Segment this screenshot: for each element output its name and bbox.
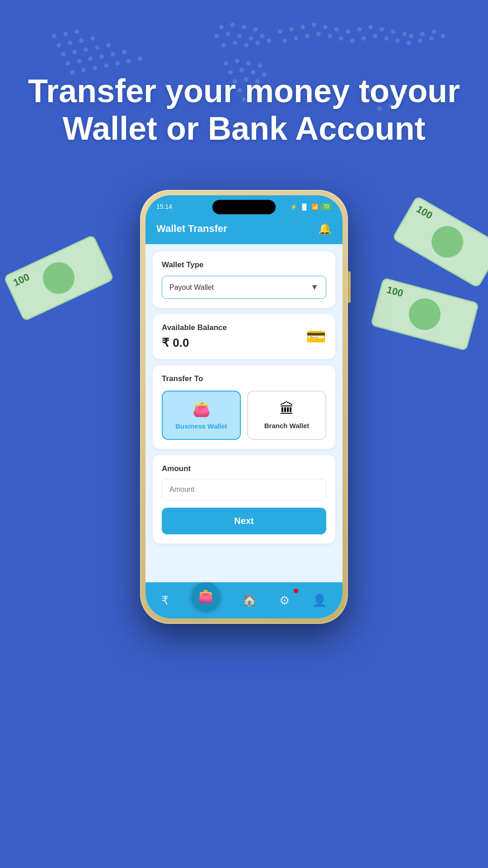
app-title: Wallet Transfer (156, 223, 227, 235)
svg-point-66 (418, 38, 422, 43)
svg-point-69 (224, 61, 228, 66)
amount-card: Amount Next (153, 455, 335, 543)
phone-mockup: 15:14 ⚡ ▐▌ 📶 70 Wallet Transfer 🔔 Wallet… (140, 190, 348, 624)
profile-icon: 👤 (312, 594, 327, 608)
svg-point-37 (255, 41, 260, 45)
svg-point-17 (122, 50, 127, 54)
svg-point-74 (239, 68, 244, 72)
bluetooth-icon: ⚡ (290, 203, 297, 210)
svg-point-41 (300, 25, 305, 29)
hero-title: Transfer your money toyour Wallet or Ban… (0, 72, 488, 147)
svg-point-6 (90, 36, 95, 41)
dynamic-island (212, 200, 276, 214)
nav-item-rupee[interactable]: ₹ (154, 590, 176, 611)
svg-point-2 (75, 29, 79, 34)
svg-point-1 (63, 32, 68, 36)
svg-point-62 (373, 34, 377, 38)
wallet-nav-icon: 👛 (192, 582, 220, 610)
battery-icon: 70 (321, 203, 332, 210)
decorative-bill-right-top (392, 195, 488, 288)
svg-point-9 (84, 47, 88, 52)
svg-point-7 (61, 52, 66, 57)
svg-point-72 (258, 63, 262, 68)
svg-point-43 (323, 25, 328, 29)
svg-point-56 (305, 34, 310, 38)
svg-point-20 (93, 66, 97, 70)
balance-card: Available Balance ₹ 0.0 💳 (153, 314, 335, 359)
bell-icon[interactable]: 🔔 (318, 222, 332, 235)
wallet-type-dropdown[interactable]: Payout Wallet ▼ (162, 276, 326, 299)
wallet-type-label: Wallet Type (162, 260, 326, 269)
svg-point-65 (407, 41, 411, 45)
bottom-navigation: ₹ 👛 🏠 ⚙ 👤 (145, 582, 343, 618)
next-button[interactable]: Next (162, 508, 326, 534)
transfer-to-card: Transfer To 👛 Business Wallet 🏛 Branch W… (153, 365, 335, 449)
wallet-type-card: Wallet Type Payout Wallet ▼ (153, 251, 335, 308)
svg-point-14 (88, 57, 93, 61)
app-header: Wallet Transfer 🔔 (145, 218, 343, 244)
svg-point-22 (115, 61, 120, 66)
svg-point-46 (357, 27, 361, 32)
svg-point-11 (106, 43, 111, 47)
branch-wallet-icon: 🏛 (280, 401, 294, 417)
svg-point-58 (328, 34, 332, 38)
svg-point-64 (395, 38, 400, 43)
status-bar: 15:14 ⚡ ▐▌ 📶 70 (145, 195, 343, 218)
svg-point-53 (432, 29, 436, 34)
signal-icon: ▐▌ (300, 203, 308, 210)
svg-point-71 (246, 61, 251, 66)
svg-point-28 (253, 27, 258, 32)
svg-point-0 (52, 34, 56, 38)
svg-point-47 (368, 25, 373, 29)
svg-point-49 (391, 29, 395, 34)
balance-label: Available Balance (162, 323, 227, 332)
decorative-bill-right-bottom (371, 277, 479, 351)
amount-label: Amount (162, 464, 326, 473)
svg-point-63 (384, 36, 389, 41)
offers-icon: ⚙ (279, 594, 290, 608)
svg-point-19 (81, 68, 86, 72)
wallet-type-selected: Payout Wallet (169, 283, 214, 292)
transfer-options-group: 👛 Business Wallet 🏛 Branch Wallet (162, 391, 326, 440)
nav-item-wallet[interactable]: 👛 (184, 588, 227, 613)
svg-point-39 (278, 29, 282, 34)
business-wallet-option[interactable]: 👛 Business Wallet (162, 391, 241, 440)
svg-point-8 (72, 50, 77, 54)
svg-point-45 (346, 29, 350, 34)
svg-point-42 (312, 23, 316, 27)
svg-point-68 (441, 34, 445, 38)
svg-point-54 (282, 38, 287, 43)
decorative-bill-left (3, 235, 114, 322)
status-time-speed: 15:14 (156, 203, 172, 210)
svg-point-23 (127, 59, 131, 63)
business-wallet-icon: 👛 (192, 401, 211, 418)
svg-point-10 (95, 45, 99, 50)
svg-point-67 (429, 36, 434, 41)
branch-wallet-label: Branch Wallet (264, 422, 309, 429)
nav-item-profile[interactable]: 👤 (305, 590, 334, 611)
rupee-icon: ₹ (161, 594, 169, 608)
nav-item-home[interactable]: 🏠 (235, 590, 264, 611)
amount-input[interactable] (162, 479, 326, 500)
svg-point-30 (226, 32, 230, 36)
svg-point-25 (219, 25, 224, 29)
business-wallet-label: Business Wallet (175, 422, 227, 430)
svg-point-60 (350, 38, 355, 43)
branch-wallet-option[interactable]: 🏛 Branch Wallet (247, 391, 326, 440)
svg-point-61 (361, 36, 366, 41)
nav-item-offers[interactable]: ⚙ (272, 590, 297, 611)
svg-point-57 (316, 32, 321, 36)
phone-shell: 15:14 ⚡ ▐▌ 📶 70 Wallet Transfer 🔔 Wallet… (140, 190, 348, 624)
svg-point-48 (380, 27, 384, 32)
svg-point-35 (233, 41, 237, 45)
svg-point-3 (56, 43, 61, 47)
svg-point-51 (409, 34, 413, 38)
svg-point-33 (260, 34, 264, 38)
svg-point-26 (230, 23, 235, 27)
svg-point-34 (221, 43, 226, 47)
balance-amount: ₹ 0.0 (162, 336, 227, 350)
svg-point-38 (267, 38, 271, 43)
dropdown-arrow-icon: ▼ (310, 283, 319, 292)
svg-point-16 (111, 52, 115, 57)
svg-point-52 (420, 32, 425, 36)
